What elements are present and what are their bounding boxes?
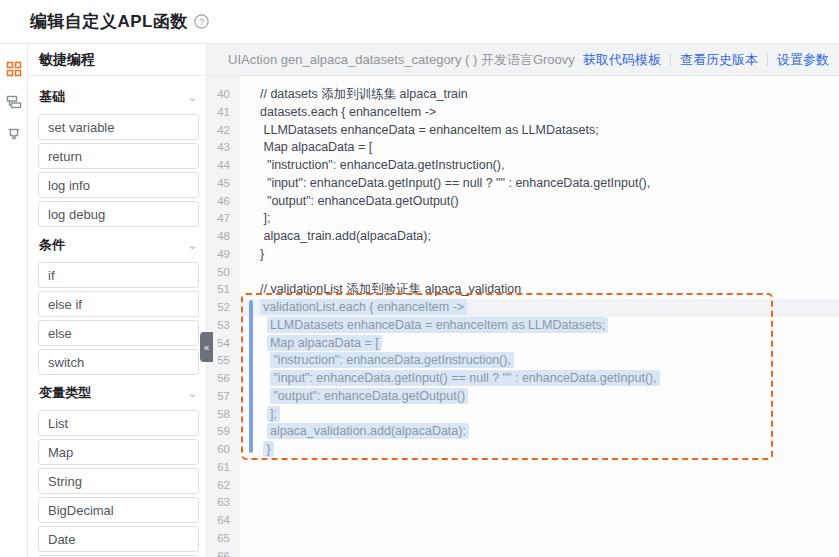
- line-number: 47: [207, 210, 240, 228]
- section-title: 条件: [39, 236, 65, 254]
- modules-grid-icon[interactable]: [5, 60, 22, 77]
- line-content: Map alpacaData = [: [240, 139, 839, 157]
- code-line[interactable]: 49}: [207, 246, 839, 264]
- editor-action-1[interactable]: 查看历史版本: [680, 51, 758, 69]
- code-line[interactable]: 42 LLMDatasets enhanceData = enhanceItem…: [207, 122, 839, 140]
- line-number: 41: [207, 104, 240, 122]
- code-line[interactable]: 51// validationList 添加到验证集 alpaca_valida…: [207, 281, 839, 299]
- code-line[interactable]: 56 "input": enhanceData.getInput() == nu…: [207, 370, 839, 388]
- code-line[interactable]: 58 ];: [207, 406, 839, 424]
- line-content: alpaca_validation.add(alpacaData);: [240, 423, 839, 441]
- code-line[interactable]: 61: [207, 459, 839, 477]
- line-number: 66: [207, 548, 240, 557]
- chevron-down-icon: ⌄: [188, 92, 197, 103]
- line-number: 52: [207, 299, 240, 317]
- code-line[interactable]: 53 LLMDatasets enhanceData = enhanceItem…: [207, 317, 839, 335]
- line-number: 57: [207, 388, 240, 406]
- help-icon[interactable]: ?: [194, 14, 209, 29]
- line-content: [240, 530, 839, 548]
- line-content: LLMDatasets enhanceData = enhanceItem as…: [240, 317, 839, 335]
- snippet-sidebar: 敏捷编程 基础⌄set variablereturnlog infolog de…: [28, 44, 207, 557]
- snippet-item-string[interactable]: String: [38, 468, 199, 494]
- line-number: 48: [207, 228, 240, 246]
- editor-actions: 获取代码模板查看历史版本设置参数: [583, 51, 829, 69]
- line-number: 51: [207, 281, 240, 299]
- line-content: validationList.each { enhanceItem ->: [240, 299, 839, 317]
- line-number: 61: [207, 459, 240, 477]
- line-content: [240, 494, 839, 512]
- section-label[interactable]: 变量类型⌄: [39, 384, 197, 402]
- snippet-item-log-debug[interactable]: log debug: [38, 201, 199, 227]
- code-line[interactable]: 62: [207, 477, 839, 495]
- line-content: "instruction": enhanceData.getInstructio…: [240, 352, 839, 370]
- line-number: 49: [207, 246, 240, 264]
- line-content: [240, 512, 839, 530]
- selected-code: validationList.each { enhanceItem ->: [260, 299, 467, 315]
- snippet-item-bigdecimal[interactable]: BigDecimal: [38, 497, 199, 523]
- code-line[interactable]: 44 "instruction": enhanceData.getInstruc…: [207, 157, 839, 175]
- line-number: 42: [207, 122, 240, 140]
- code-line[interactable]: 63: [207, 494, 839, 512]
- code-line[interactable]: 43 Map alpacaData = [: [207, 139, 839, 157]
- snippet-item-switch[interactable]: switch: [38, 349, 199, 375]
- code-line[interactable]: 46 "output": enhanceData.getOutput(): [207, 193, 839, 211]
- line-number: 40: [207, 86, 240, 104]
- line-number: 65: [207, 530, 240, 548]
- line-content: ];: [240, 406, 839, 424]
- snippet-item-date[interactable]: Date: [38, 526, 199, 552]
- line-content: Map alpacaData = [: [240, 335, 839, 353]
- flow-nodes-icon[interactable]: [5, 93, 22, 110]
- code-line[interactable]: 57 "output": enhanceData.getOutput(): [207, 388, 839, 406]
- title-bar: 编辑自定义APL函数 ?: [0, 0, 839, 44]
- function-signature: UIAction gen_alpaca_datasets_category ( …: [228, 51, 583, 69]
- code-line[interactable]: 48 alpaca_train.add(alpacaData);: [207, 228, 839, 246]
- line-number: 56: [207, 370, 240, 388]
- section-label[interactable]: 条件⌄: [39, 236, 197, 254]
- sidebar-collapse-handle[interactable]: «: [200, 332, 213, 362]
- chevron-down-icon: ⌄: [188, 388, 197, 399]
- line-content: [240, 548, 839, 557]
- code-line[interactable]: 64: [207, 512, 839, 530]
- sidebar-sections: 基础⌄set variablereturnlog infolog debug条件…: [28, 76, 206, 557]
- snippet-item-map[interactable]: Map: [38, 439, 199, 465]
- code-line[interactable]: 59 alpaca_validation.add(alpacaData);: [207, 423, 839, 441]
- section-title: 变量类型: [39, 384, 91, 402]
- code-editor: UIAction gen_alpaca_datasets_category ( …: [207, 44, 839, 557]
- line-content: // validationList 添加到验证集 alpaca_validati…: [240, 281, 839, 299]
- line-number: 59: [207, 423, 240, 441]
- selected-code: alpaca_validation.add(alpacaData);: [267, 423, 469, 439]
- section-label[interactable]: 基础⌄: [39, 88, 197, 106]
- selected-code: "instruction": enhanceData.getInstructio…: [270, 352, 513, 368]
- snippet-item-else-if[interactable]: else if: [38, 291, 199, 317]
- section-title: 基础: [39, 88, 65, 106]
- snippet-item-return[interactable]: return: [38, 143, 199, 169]
- snippet-item-if[interactable]: if: [38, 262, 199, 288]
- snippet-item-else[interactable]: else: [38, 320, 199, 346]
- code-line[interactable]: 55 "instruction": enhanceData.getInstruc…: [207, 352, 839, 370]
- sidebar-title: 敏捷编程: [39, 51, 95, 69]
- code-line[interactable]: 45 "input": enhanceData.getInput() == nu…: [207, 175, 839, 193]
- components-icon[interactable]: [5, 126, 22, 143]
- code-line[interactable]: 41datasets.each { enhanceItem ->: [207, 104, 839, 122]
- editor-body[interactable]: 40// datasets 添加到训练集 alpaca_train41datas…: [207, 76, 839, 557]
- code-line[interactable]: 66: [207, 548, 839, 557]
- line-content: "input": enhanceData.getInput() == null …: [240, 175, 839, 193]
- code-line[interactable]: 54 Map alpacaData = [: [207, 335, 839, 353]
- code-line[interactable]: 65: [207, 530, 839, 548]
- line-content: ];: [240, 210, 839, 228]
- code-line[interactable]: 52validationList.each { enhanceItem ->: [207, 299, 839, 317]
- code-line[interactable]: 60 }: [207, 441, 839, 459]
- editor-action-0[interactable]: 获取代码模板: [583, 51, 661, 69]
- sidebar-header: 敏捷编程: [28, 44, 206, 76]
- editor-header: UIAction gen_alpaca_datasets_category ( …: [207, 44, 839, 76]
- snippet-item-log-info[interactable]: log info: [38, 172, 199, 198]
- snippet-item-list[interactable]: List: [38, 410, 199, 436]
- code-line[interactable]: 50: [207, 264, 839, 282]
- editor-action-2[interactable]: 设置参数: [777, 51, 829, 69]
- action-separator: [670, 53, 671, 66]
- code-line[interactable]: 40// datasets 添加到训练集 alpaca_train: [207, 86, 839, 104]
- code-line[interactable]: 47 ];: [207, 210, 839, 228]
- line-content: "instruction": enhanceData.getInstructio…: [240, 157, 839, 175]
- snippet-item-set-variable[interactable]: set variable: [38, 114, 199, 140]
- main-area: 敏捷编程 基础⌄set variablereturnlog infolog de…: [0, 44, 839, 557]
